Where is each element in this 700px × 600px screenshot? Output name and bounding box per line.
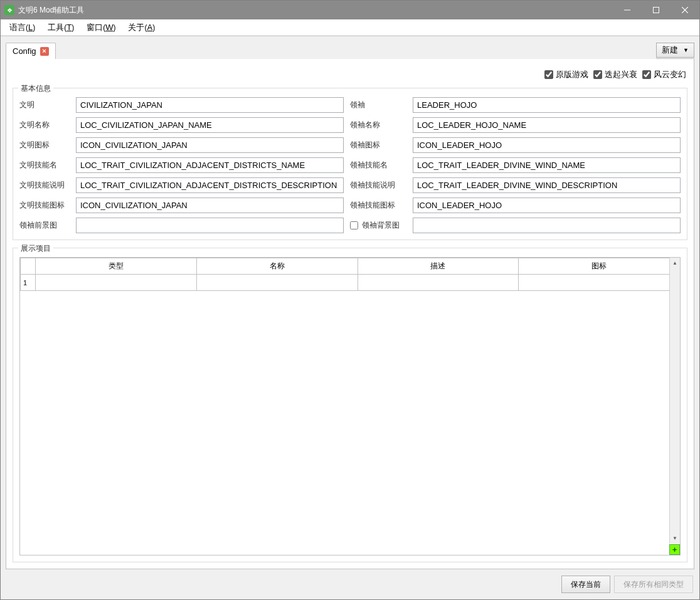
tab-close-icon[interactable]: ×: [40, 47, 49, 56]
checkbox-gathering-storm[interactable]: 风云变幻: [642, 69, 686, 80]
label-leader-icon: 领袖图标: [350, 140, 406, 150]
input-leader-trait-name[interactable]: [413, 157, 681, 173]
plus-icon: +: [672, 545, 677, 554]
input-leader-trait-icon[interactable]: [413, 197, 681, 213]
table-cell-name[interactable]: [196, 275, 358, 291]
input-leader-name[interactable]: [413, 117, 681, 133]
fieldset-basic-info: 基本信息 文明 领袖 文明名称 领袖名称 文明图标 领袖图标 文明技能名: [13, 88, 687, 240]
input-leader-bg[interactable]: [413, 218, 681, 233]
new-button[interactable]: 新建 ▼: [656, 43, 694, 58]
save-all-same-type-button[interactable]: 保存所有相同类型: [614, 576, 693, 593]
label-leader: 领袖: [350, 100, 406, 110]
input-leader-trait-desc[interactable]: [413, 177, 681, 193]
scrollbar-up-icon[interactable]: ▲: [670, 258, 680, 268]
tab-page-config: 原版游戏 迭起兴衰 风云变幻 基本信息 文明 领袖 文明名称 领袖名称 文明图标: [6, 58, 694, 569]
add-row-button[interactable]: +: [669, 544, 680, 555]
input-civ-icon[interactable]: [76, 137, 344, 153]
label-civ-trait-name: 文明技能名: [19, 160, 70, 171]
table-cell-rownum[interactable]: 1: [21, 275, 36, 291]
maximize-button[interactable]: [642, 1, 671, 19]
basic-info-grid: 文明 领袖 文明名称 领袖名称 文明图标 领袖图标 文明技能名 领袖技能名: [19, 97, 681, 233]
menu-tools[interactable]: 工具(T): [41, 20, 80, 35]
table-cell-type[interactable]: [36, 275, 197, 291]
cell-leader-bg-check: 领袖背景图: [350, 220, 406, 231]
titlebar[interactable]: ❖ 文明6 Mod辅助工具: [1, 1, 699, 19]
label-leader-trait-desc: 领袖技能说明: [350, 180, 406, 191]
checkbox-rise-fall[interactable]: 迭起兴衰: [593, 69, 637, 80]
label-civ-trait-icon: 文明技能图标: [19, 200, 70, 211]
scrollbar-track[interactable]: [670, 268, 680, 533]
app-icon: ❖: [4, 5, 14, 15]
table-header-rownum[interactable]: [21, 258, 36, 275]
dropdown-caret-icon: ▼: [683, 47, 689, 53]
fieldset-basic-info-legend: 基本信息: [18, 83, 53, 94]
menubar: 语言(L) 工具(T) 窗口(W) 关于(A): [1, 19, 699, 36]
label-civ-icon: 文明图标: [19, 140, 70, 150]
checkbox-gathering-storm-input[interactable]: [642, 70, 651, 79]
new-button-label: 新建: [662, 45, 678, 56]
fieldset-display-items-legend: 展示项目: [18, 243, 53, 254]
input-civ-trait-icon[interactable]: [76, 197, 344, 213]
table-vertical-scrollbar[interactable]: ▲ ▼: [669, 258, 680, 544]
input-civ-name[interactable]: [76, 117, 344, 133]
table-header-name[interactable]: 名称: [196, 258, 358, 275]
input-civ-trait-desc[interactable]: [76, 177, 344, 193]
window-title: 文明6 Mod辅助工具: [18, 5, 613, 16]
table-cell-desc[interactable]: [358, 275, 519, 291]
checkbox-leader-bg[interactable]: [350, 221, 358, 229]
label-leader-trait-name: 领袖技能名: [350, 160, 406, 171]
input-civ-trait-name[interactable]: [76, 157, 344, 173]
display-items-table[interactable]: 类型 名称 描述 图标 1: [20, 258, 680, 291]
menu-about[interactable]: 关于(A): [122, 20, 161, 35]
scrollbar-down-icon[interactable]: ▼: [670, 533, 680, 544]
input-leader-fg[interactable]: [76, 218, 344, 233]
close-button[interactable]: [671, 1, 699, 19]
svg-rect-1: [654, 8, 659, 13]
checkbox-rise-fall-input[interactable]: [593, 70, 602, 79]
table-header-icon[interactable]: 图标: [519, 258, 680, 275]
table-row[interactable]: 1: [21, 275, 680, 291]
menu-window[interactable]: 窗口(W): [80, 20, 122, 35]
table-header-desc[interactable]: 描述: [358, 258, 519, 275]
minimize-button[interactable]: [613, 1, 642, 19]
table-cell-icon[interactable]: [519, 275, 680, 291]
tab-label: Config: [13, 46, 36, 56]
window-controls: [613, 1, 699, 19]
label-civ-name: 文明名称: [19, 120, 70, 130]
input-civ[interactable]: [76, 97, 344, 113]
label-leader-trait-icon: 领袖技能图标: [350, 200, 406, 211]
label-civ: 文明: [19, 100, 70, 110]
label-leader-fg: 领袖前景图: [19, 220, 70, 231]
input-leader-icon[interactable]: [413, 137, 681, 153]
label-civ-trait-desc: 文明技能说明: [19, 180, 70, 191]
label-leader-bg: 领袖背景图: [362, 220, 400, 231]
menu-language[interactable]: 语言(L): [3, 20, 41, 35]
client-area: Config × 新建 ▼ 原版游戏 迭起兴衰 风云变幻 基本信息 文明 领: [1, 36, 699, 599]
tab-bar: Config ×: [6, 41, 656, 59]
app-window: ❖ 文明6 Mod辅助工具 语言(L) 工具(T) 窗口(W) 关于(A) Co…: [0, 0, 700, 600]
table-header-type[interactable]: 类型: [36, 258, 197, 275]
table-container: 类型 名称 描述 图标 1: [19, 257, 681, 555]
save-current-button[interactable]: 保存当前: [561, 576, 610, 593]
checkbox-vanilla-input[interactable]: [544, 70, 553, 79]
checkbox-vanilla[interactable]: 原版游戏: [544, 69, 588, 80]
tab-config[interactable]: Config ×: [6, 43, 56, 59]
footer-button-bar: 保存当前 保存所有相同类型: [6, 569, 694, 594]
fieldset-display-items: 展示项目 类型 名称 描述 图标: [13, 248, 687, 562]
table-header-row: 类型 名称 描述 图标: [21, 258, 680, 275]
expansion-checkbox-row: 原版游戏 迭起兴衰 风云变幻: [13, 66, 687, 83]
label-leader-name: 领袖名称: [350, 120, 406, 130]
input-leader[interactable]: [413, 97, 681, 113]
